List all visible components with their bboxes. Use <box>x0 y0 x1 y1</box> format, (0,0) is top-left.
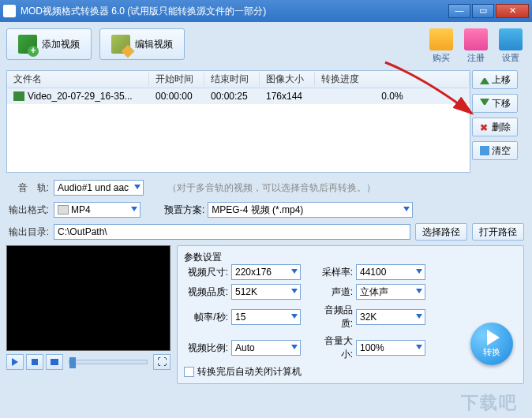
preset-select[interactable]: MPEG-4 视频 (*.mp4) <box>208 202 413 218</box>
sound-icon <box>51 359 58 365</box>
sample-rate-select[interactable]: 44100 <box>356 264 425 280</box>
arrow-up-icon <box>480 75 489 84</box>
film-icon <box>13 91 24 101</box>
col-size[interactable]: 图像大小 <box>260 73 315 86</box>
preset-label: 预置方案: <box>164 203 204 217</box>
stop-button[interactable] <box>26 354 43 370</box>
edit-video-button[interactable]: 编辑视频 <box>99 28 185 60</box>
file-table: 文件名 开始时间 结束时间 图像大小 转换进度 Video_20-07-29_1… <box>6 70 470 173</box>
add-video-button[interactable]: 添加视频 <box>6 28 92 60</box>
edit-video-label: 编辑视频 <box>135 38 173 51</box>
col-progress[interactable]: 转换进度 <box>315 73 470 86</box>
params-legend: 参数设置 <box>184 251 517 264</box>
gear-icon <box>499 28 523 50</box>
audio-hint: （对于多音轨的视频，可以选择音轨后再转换。） <box>167 181 376 195</box>
app-icon <box>3 5 16 17</box>
seek-slider[interactable] <box>69 360 148 364</box>
video-quality-select[interactable]: 512K <box>231 284 301 300</box>
col-end[interactable]: 结束时间 <box>204 73 260 86</box>
audio-track-select[interactable]: Audio#1 und aac <box>54 180 144 196</box>
settings-button[interactable]: 设置 <box>496 28 526 64</box>
fullscreen-button[interactable]: ⛶ <box>153 354 170 370</box>
play-icon <box>12 358 18 366</box>
aspect-select[interactable]: Auto <box>231 340 301 356</box>
audio-quality-select[interactable]: 32K <box>356 309 425 325</box>
audio-track-label: 音 轨: <box>6 181 54 195</box>
format-icon <box>58 205 69 215</box>
params-panel: 参数设置 视频尺寸: 220x176 采样率: 44100 视频品质: 512K… <box>177 245 524 384</box>
channel-select[interactable]: 立体声 <box>356 284 425 300</box>
col-start[interactable]: 开始时间 <box>149 73 204 86</box>
shutdown-label: 转换完后自动关闭计算机 <box>197 365 302 379</box>
choose-path-button[interactable]: 选择路径 <box>415 223 467 241</box>
cart-icon <box>429 28 453 50</box>
add-video-label: 添加视频 <box>42 38 80 51</box>
output-format-label: 输出格式: <box>6 203 54 217</box>
add-icon <box>18 35 37 54</box>
table-row[interactable]: Video_20-07-29_16-35... 00:00:00 00:00:2… <box>7 88 470 104</box>
output-format-select[interactable]: MP4 <box>54 202 140 218</box>
expand-icon: ⛶ <box>157 356 167 368</box>
lock-icon <box>464 28 488 50</box>
fps-select[interactable]: 15 <box>231 309 301 325</box>
sound-button[interactable] <box>46 354 63 370</box>
window-title: MOD视频格式转换器 6.0 (试用版只能转换源文件的一部分) <box>21 5 448 18</box>
arrow-down-icon <box>480 99 489 108</box>
slider-thumb[interactable] <box>69 357 76 368</box>
minimize-button[interactable]: — <box>448 4 470 18</box>
clear-icon <box>480 146 489 155</box>
preview-pane <box>6 245 170 351</box>
register-button[interactable]: 注册 <box>461 28 491 64</box>
play-large-icon <box>487 330 500 345</box>
video-size-select[interactable]: 220x176 <box>231 264 301 280</box>
stop-icon <box>32 359 38 365</box>
output-dir-input[interactable]: C:\OutPath\ <box>54 224 410 240</box>
edit-icon <box>111 35 130 54</box>
delete-button[interactable]: ✖删除 <box>472 118 518 136</box>
move-down-button[interactable]: 下移 <box>472 94 518 113</box>
move-up-button[interactable]: 上移 <box>472 70 518 89</box>
open-path-button[interactable]: 打开路径 <box>472 223 524 241</box>
maximize-button[interactable]: ▭ <box>472 4 494 18</box>
x-icon: ✖ <box>480 122 489 132</box>
close-button[interactable]: ✕ <box>496 4 529 18</box>
col-filename[interactable]: 文件名 <box>7 73 149 86</box>
volume-select[interactable]: 100% <box>356 340 425 356</box>
buy-button[interactable]: 购买 <box>426 28 456 64</box>
play-button[interactable] <box>6 354 24 370</box>
convert-button[interactable]: 转换 <box>470 323 513 365</box>
shutdown-checkbox[interactable] <box>184 367 194 377</box>
titlebar: MOD视频格式转换器 6.0 (试用版只能转换源文件的一部分) — ▭ ✕ <box>0 0 532 22</box>
table-header: 文件名 开始时间 结束时间 图像大小 转换进度 <box>7 71 470 88</box>
output-dir-label: 输出目录: <box>6 226 54 239</box>
watermark: 下载吧 <box>461 391 518 415</box>
clear-button[interactable]: 清空 <box>472 141 518 160</box>
